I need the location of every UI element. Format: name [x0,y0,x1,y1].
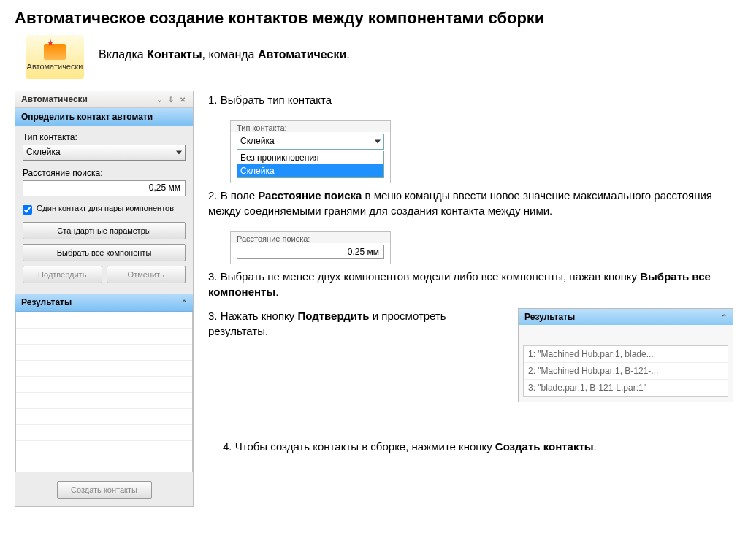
type-inset-select[interactable]: Склейка [237,134,384,150]
chevron-up-icon[interactable]: ⌃ [181,299,187,307]
chevron-down-icon [375,140,381,144]
panel-section-header: Определить контакт автомати [15,108,193,126]
panel-title-bar: Автоматически ⌄ ⇩ ✕ [15,91,193,108]
step-2: 2. В поле Расстояние поиска в меню коман… [208,188,733,218]
one-contact-label: Один контакт для пары компонентов [37,204,174,212]
list-item [16,377,192,393]
select-all-button[interactable]: Выбрать все компоненты [23,244,186,261]
type-label: Тип контакта: [23,132,186,142]
list-item[interactable]: 1: "Machined Hub.par:1, blade.... [524,346,728,363]
auto-icon [44,44,66,60]
step-3b: 3. Нажать кнопку Подтвердить и просмотре… [208,308,507,339]
command-panel: Автоматически ⌄ ⇩ ✕ Определить контакт а… [15,91,194,507]
distance-inset-input[interactable]: 0,25 мм [237,245,384,259]
list-item [16,425,192,441]
contact-type-select[interactable]: Склейка [23,145,186,161]
auto-toolbar-button: Автоматически [26,35,84,79]
distance-inset-panel: Расстояние поиска: 0,25 мм [230,231,391,264]
dropdown-option-selected[interactable]: Склейка [237,164,383,177]
distance-label: Расстояние поиска: [23,168,186,178]
list-item [16,393,192,409]
confirm-button[interactable]: Подтвердить [23,266,102,283]
chevron-down-icon [176,151,182,155]
pin-icon[interactable]: ⇩ [167,95,175,104]
create-contacts-button[interactable]: Создать контакты [57,481,152,499]
intro-text: Вкладка Контакты, команда Автоматически. [99,35,733,61]
page-title: Автоматическое создание контактов между … [15,9,733,28]
chevron-up-icon[interactable]: ⌃ [721,313,727,321]
auto-button-label: Автоматически [27,62,83,71]
results-header: Результаты ⌃ [15,294,193,312]
list-item [16,361,192,377]
results-snippet-panel: Результаты ⌃ 1: "Machined Hub.par:1, bla… [518,308,733,402]
type-dropdown-list: Без проникновения Склейка [237,151,384,178]
standard-params-button[interactable]: Стандартные параметры [23,222,186,239]
distance-input[interactable]: 0,25 мм [23,180,186,196]
list-item [16,312,192,329]
list-item [16,409,192,425]
list-item[interactable]: 3: "blade.par:1, B-121-L.par:1" [524,380,728,396]
dropdown-option[interactable]: Без проникновения [237,151,383,164]
step-1: 1. Выбрать тип контакта [208,92,733,107]
list-item [16,345,192,361]
one-contact-checkbox[interactable] [23,205,32,215]
list-item[interactable]: 2: "Machined Hub.par:1, B-121-... [524,363,728,380]
results-list [15,312,193,472]
collapse-icon[interactable]: ⌄ [155,95,164,104]
type-inset-panel: Тип контакта: Склейка Без проникновения … [230,120,391,183]
list-item [16,329,192,345]
results-snippet-list: 1: "Machined Hub.par:1, blade.... 2: "Ma… [523,345,728,397]
cancel-button[interactable]: Отменить [107,266,186,283]
close-icon[interactable]: ✕ [178,95,187,104]
step-4: 4. Чтобы создать контакты в сборке, нажм… [223,439,733,454]
step-3: 3. Выбрать не менее двух компонентов мод… [208,269,733,299]
